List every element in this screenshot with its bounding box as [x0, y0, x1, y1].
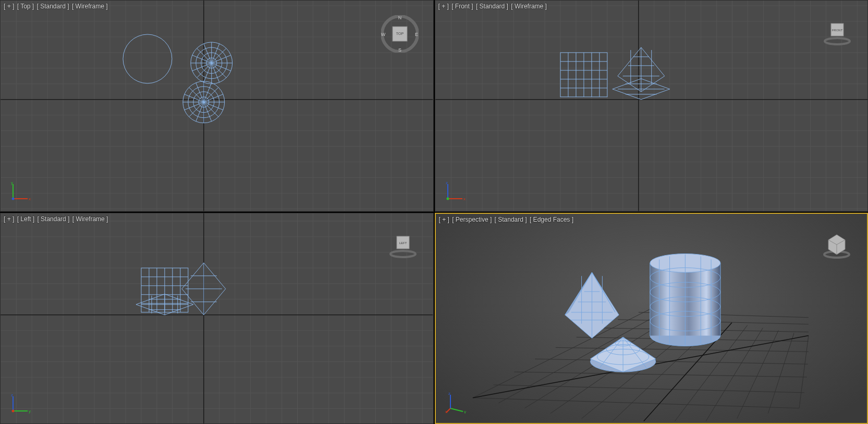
cone-top-wire[interactable]: [183, 81, 225, 123]
svg-text:y: y: [29, 409, 31, 414]
mode-label[interactable]: [ Wireframe ]: [72, 3, 108, 10]
hedra-top-wire[interactable]: [191, 42, 233, 84]
svg-text:y: y: [464, 409, 466, 414]
svg-point-140: [825, 38, 850, 44]
viewport-top[interactable]: [ + ] [ Top ] [ Standard ] [ Wireframe ]: [0, 0, 434, 212]
svg-text:x: x: [29, 197, 31, 201]
viewport-container: [ + ] [ Top ] [ Standard ] [ Wireframe ]: [0, 0, 868, 424]
shading-label[interactable]: [ Standard ]: [495, 216, 527, 223]
svg-text:FRONT: FRONT: [832, 29, 843, 32]
cone-left-wire[interactable]: [136, 294, 193, 314]
shading-label[interactable]: [ Standard ]: [37, 3, 69, 10]
svg-line-274: [450, 408, 463, 411]
top-scene[interactable]: [1, 1, 433, 211]
maximize-toggle[interactable]: [ + ]: [438, 3, 449, 10]
viewport-left[interactable]: [ + ] [ Left ] [ Standard ] [ Wireframe …: [0, 213, 434, 425]
svg-text:TOP: TOP: [396, 32, 404, 35]
svg-text:N: N: [398, 15, 401, 20]
svg-text:z: z: [446, 181, 448, 185]
left-scene[interactable]: [1, 213, 433, 424]
front-scene[interactable]: [435, 1, 868, 211]
svg-point-147: [446, 197, 449, 200]
svg-line-234: [555, 347, 808, 352]
mode-label[interactable]: [ Wireframe ]: [511, 3, 547, 10]
shading-label[interactable]: [ Standard ]: [37, 215, 69, 223]
svg-line-230: [472, 397, 799, 408]
svg-text:y: y: [11, 181, 13, 185]
viewcube-left[interactable]: LEFT: [388, 229, 418, 258]
viewcube-front[interactable]: FRONT: [823, 16, 852, 45]
view-name[interactable]: [ Perspective ]: [452, 216, 492, 223]
cylinder-persp[interactable]: [650, 253, 720, 346]
axis-gizmo-front: x z: [445, 181, 466, 202]
svg-text:x: x: [445, 409, 447, 414]
view-name[interactable]: [ Top ]: [17, 3, 34, 10]
svg-text:z: z: [448, 393, 450, 396]
hedra-front-wire[interactable]: [617, 47, 664, 92]
maximize-toggle[interactable]: [ + ]: [4, 215, 14, 223]
svg-text:LEFT: LEFT: [399, 241, 407, 245]
svg-line-229: [799, 335, 808, 408]
hedra-left-wire[interactable]: [182, 262, 226, 314]
grid: [1, 1, 433, 211]
mode-label[interactable]: [ Wireframe ]: [72, 215, 108, 223]
view-name[interactable]: [ Left ]: [17, 215, 34, 223]
svg-text:E: E: [414, 32, 418, 37]
viewcube-perspective[interactable]: [822, 229, 851, 259]
svg-text:z: z: [11, 393, 13, 397]
perspective-scene[interactable]: [436, 214, 867, 423]
viewcube-top[interactable]: TOP N S W E: [381, 15, 419, 53]
viewport-perspective[interactable]: [ + ] [ Perspective ] [ Standard ] [ Edg…: [435, 213, 869, 425]
svg-line-232: [514, 372, 807, 377]
svg-point-217: [12, 410, 15, 413]
svg-point-77: [12, 197, 15, 200]
viewport-top-label[interactable]: [ + ] [ Top ] [ Standard ] [ Wireframe ]: [4, 3, 109, 10]
svg-point-210: [390, 251, 415, 257]
mode-label[interactable]: [ Edged Faces ]: [530, 216, 573, 223]
view-name[interactable]: [ Front ]: [451, 3, 473, 10]
svg-line-233: [535, 359, 808, 364]
svg-text:x: x: [463, 197, 466, 201]
svg-text:W: W: [381, 32, 386, 37]
viewport-perspective-label[interactable]: [ + ] [ Perspective ] [ Standard ] [ Edg…: [439, 216, 575, 223]
svg-line-227: [737, 330, 778, 418]
cone-persp[interactable]: [590, 337, 655, 372]
svg-text:S: S: [398, 47, 401, 53]
grid: [435, 1, 867, 211]
svg-line-231: [493, 384, 804, 392]
axis-gizmo-left: y z: [10, 393, 31, 414]
maximize-toggle[interactable]: [ + ]: [4, 3, 14, 10]
grid: [1, 213, 433, 424]
viewport-front-label[interactable]: [ + ] [ Front ] [ Standard ] [ Wireframe…: [438, 3, 548, 10]
axis-gizmo-top: x y: [10, 181, 31, 202]
cylinder-top-wire[interactable]: [123, 34, 172, 83]
shading-label[interactable]: [ Standard ]: [476, 3, 508, 10]
svg-line-228: [768, 333, 794, 413]
viewport-front[interactable]: [ + ] [ Front ] [ Standard ] [ Wireframe…: [435, 0, 869, 212]
axis-gizmo-perspective: y x z: [445, 393, 466, 414]
maximize-toggle[interactable]: [ + ]: [439, 216, 449, 223]
viewport-left-label[interactable]: [ + ] [ Left ] [ Standard ] [ Wireframe …: [4, 215, 109, 223]
cylinder-front-wire[interactable]: [560, 53, 607, 97]
